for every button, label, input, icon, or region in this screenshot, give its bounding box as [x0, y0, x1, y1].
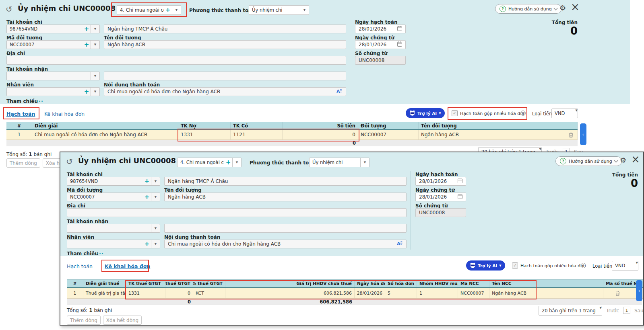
chevron-down-icon[interactable]: ▼	[91, 88, 99, 96]
col-doi-tuong[interactable]: Đối tượng	[358, 122, 419, 129]
reference-more-link[interactable]: ...	[36, 97, 43, 103]
voucher-type-dropdown[interactable]: 4. Chi mua ngoài có ... + ▼	[117, 5, 181, 15]
tab-hach-toan[interactable]: Hạch toán	[6, 111, 35, 117]
col-tk-co[interactable]: TK Có	[231, 122, 283, 129]
translate-icon[interactable]: A	[336, 88, 343, 95]
address-field[interactable]	[6, 56, 346, 65]
translate-icon[interactable]: A	[396, 241, 403, 248]
history-icon[interactable]: ↺	[6, 4, 12, 14]
tab-ke-khai-hoa-don[interactable]: Kê khai hóa đơn	[105, 263, 150, 269]
calendar-icon[interactable]	[397, 41, 402, 48]
calendar-icon[interactable]	[397, 26, 402, 32]
ai-assistant-button[interactable]: Trợ lý AI ▼	[406, 108, 445, 118]
payment-content-field[interactable]: Chi mua ngoài có hóa đơn cho Ngân hàng A…	[164, 240, 407, 248]
page-size-dropdown[interactable]: 20 bản ghi trên 1 trang ▼	[539, 306, 602, 316]
cell-nhom-hhdv[interactable]: 1	[417, 288, 458, 298]
chevron-down-icon[interactable]: ▼	[172, 6, 181, 14]
col-ten-doi-tuong[interactable]: Tên đối tượng	[419, 122, 578, 129]
col-so-hoa-don[interactable]: Số hóa đơn	[385, 280, 417, 287]
merge-invoices-checkbox[interactable]: ✓	[452, 110, 458, 116]
add-icon[interactable]: +	[83, 41, 91, 49]
add-icon[interactable]: +	[143, 240, 151, 248]
collapse-panel-tab[interactable]: ‹	[580, 123, 586, 145]
col-dien-giai[interactable]: Diễn giải	[32, 122, 178, 129]
col-so-tien[interactable]: Số tiền	[283, 122, 358, 129]
close-icon[interactable]: ×	[631, 153, 640, 165]
prev-page-button[interactable]: Trước	[606, 308, 619, 314]
clear-rows-button[interactable]: Xóa hết dòng	[103, 316, 142, 325]
close-icon[interactable]: ×	[571, 1, 580, 13]
delete-row-icon[interactable]	[615, 290, 620, 298]
chevron-down-icon[interactable]: ▼	[91, 72, 99, 80]
help-button[interactable]: ? Hướng dẫn sử dụng	[555, 156, 622, 166]
tab-ke-khai-hoa-don[interactable]: Kê khai hóa đơn	[44, 111, 85, 117]
tab-hach-toan[interactable]: Hạch toán	[67, 263, 93, 269]
grid-row[interactable]: 1 Chi mua ngoài có hóa đơn cho Ngân hàng…	[6, 130, 578, 140]
currency-dropdown[interactable]: VND ▼	[551, 109, 578, 118]
cell-gia-tri-hhdv[interactable]: 606,821,586	[225, 288, 355, 298]
chevron-down-icon[interactable]: ▼	[151, 193, 160, 201]
posting-date-input[interactable]: 28/01/2026	[355, 25, 406, 33]
add-icon[interactable]: +	[83, 88, 91, 96]
cell-ma-ncc[interactable]: NCC00007	[458, 288, 489, 298]
chevron-down-icon[interactable]: ▼	[151, 240, 160, 248]
calendar-icon[interactable]	[458, 178, 462, 184]
posting-date-input[interactable]: 28/01/2026	[415, 177, 466, 186]
pay-account-combo[interactable]: 987654VND + ▼	[6, 25, 100, 33]
receive-account-combo[interactable]: ▼	[6, 72, 100, 80]
document-number-field[interactable]: UNC00008	[355, 56, 406, 65]
payment-content-field[interactable]: Chi mua ngoài có hóa đơn cho Ngân hàng A…	[104, 87, 346, 96]
partner-name-field[interactable]: Ngân hàng ACB	[104, 40, 346, 49]
cell-dien-giai-thue[interactable]: Thuế giá trị gia tăng	[83, 288, 126, 298]
document-date-input[interactable]: 28/01/2026	[415, 193, 466, 201]
receive-bank-field[interactable]	[164, 224, 407, 233]
add-icon[interactable]: +	[143, 193, 151, 201]
cell-ten-doi-tuong[interactable]: Ngân hàng ACB	[419, 130, 578, 139]
chevron-down-icon[interactable]: ▼	[151, 177, 160, 185]
partner-code-combo[interactable]: NCC00007 + ▼	[6, 40, 100, 49]
employee-combo[interactable]: + ▼	[6, 87, 100, 96]
chevron-down-icon[interactable]: ▼	[300, 6, 309, 14]
reference-more-link[interactable]: ...	[97, 249, 104, 255]
current-page-box[interactable]: 1	[623, 307, 630, 314]
chevron-down-icon[interactable]: ▼	[91, 41, 99, 49]
gear-icon[interactable]: ⚙	[559, 4, 566, 12]
pay-account-combo[interactable]: 987654VND + ▼	[67, 177, 160, 186]
cell-ngay-hoa-don[interactable]: 28/01/2026	[355, 288, 385, 298]
merge-invoices-checkbox[interactable]: ✓	[512, 262, 518, 269]
receive-account-combo[interactable]: ▼	[67, 224, 160, 233]
info-icon[interactable]: ?	[581, 263, 586, 268]
add-icon[interactable]: +	[83, 25, 91, 33]
delete-row-icon[interactable]	[568, 132, 574, 139]
chevron-down-icon[interactable]: ▼	[360, 158, 369, 167]
gear-icon[interactable]: ⚙	[620, 156, 626, 164]
cell-tien-thue[interactable]: 0	[165, 288, 193, 298]
add-icon[interactable]: +	[164, 6, 172, 14]
ai-assistant-button[interactable]: Trợ lý AI ▼	[466, 260, 505, 271]
col-index[interactable]: #	[6, 122, 32, 129]
employee-combo[interactable]: + ▼	[67, 240, 160, 248]
payment-method-dropdown[interactable]: Ủy nhiệm chi ▼	[309, 158, 369, 167]
history-icon[interactable]: ↺	[66, 157, 73, 166]
partner-name-field[interactable]: Ngân hàng ACB	[164, 193, 407, 201]
partner-code-combo[interactable]: NCC00007 + ▼	[67, 193, 160, 201]
col-phan-tram-thue[interactable]: % thuế GTGT	[193, 280, 225, 287]
add-icon[interactable]: +	[224, 158, 232, 167]
payment-method-dropdown[interactable]: Ủy nhiệm chi ▼	[249, 5, 309, 15]
document-number-field[interactable]: UNC00008	[415, 208, 466, 217]
col-ten-ncc[interactable]: Tên NCC	[489, 280, 603, 287]
chevron-down-icon[interactable]: ▼	[91, 25, 99, 33]
pay-bank-name-field[interactable]: Ngân hàng TMCP Á Châu	[164, 177, 407, 186]
cell-phan-tram-thue[interactable]: KCT	[193, 288, 225, 298]
collapse-panel-tab[interactable]: ‹	[636, 280, 642, 301]
col-tk-thue[interactable]: TK thuế GTGT	[126, 280, 165, 287]
cell-ten-ncc[interactable]: Ngân hàng ACB	[489, 288, 603, 298]
col-dien-giai-thue[interactable]: Diễn giải thuế	[83, 280, 126, 287]
cell-dien-giai[interactable]: Chi mua ngoài có hóa đơn cho Ngân hàng A…	[32, 130, 178, 139]
col-tk-no[interactable]: TK Nợ	[178, 122, 231, 129]
pay-bank-name-field[interactable]: Ngân hàng TMCP Á Châu	[104, 25, 346, 33]
add-row-button[interactable]: Thêm dòng	[67, 316, 101, 325]
add-row-button[interactable]: Thêm dòng	[6, 158, 40, 168]
document-date-input[interactable]: 28/01/2026	[355, 40, 406, 49]
chevron-down-icon[interactable]: ▼	[232, 158, 241, 167]
